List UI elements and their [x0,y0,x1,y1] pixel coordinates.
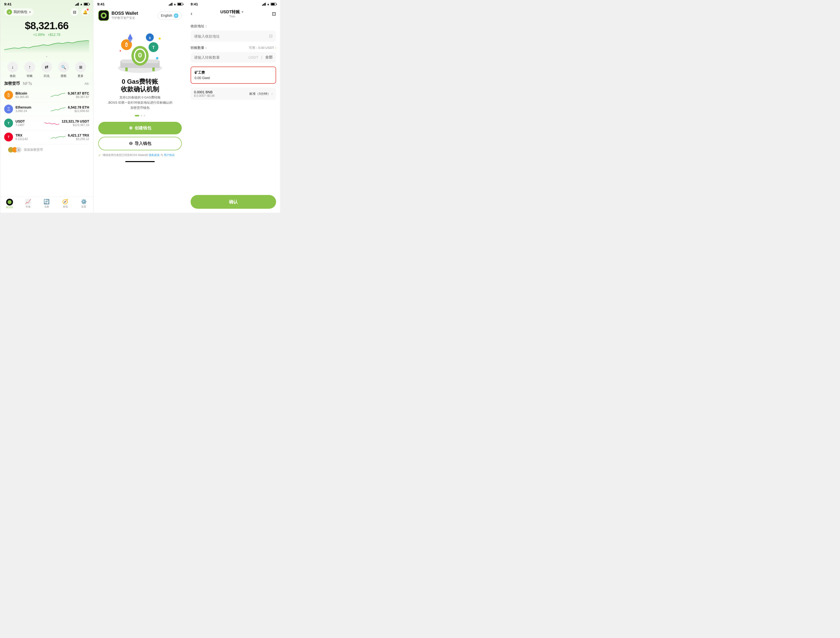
nav-discover[interactable]: 🧭 发现 [56,199,75,209]
phone-transfer: 9:41 ▲ ‹ USDT转账 ▼ Tron ⊡ 收款地 [187,0,280,213]
eth-name: Ethereum [16,105,48,109]
dot-3 [144,115,145,117]
battery-icon-3 [271,3,276,6]
btc-price: 63,365.90 [16,95,48,99]
status-time-3: 9:41 [191,2,198,6]
terms-and: 与 [160,153,163,156]
receive-button[interactable]: ↓ 收款 [7,62,18,78]
add-crypto-label: 添加加密货币 [24,148,43,152]
address-input-container[interactable]: ⊟ [191,30,276,42]
fee-usd: $ 0.0057~$0.06 [194,94,215,98]
list-item[interactable]: T TRX 0.121142 6,421.17 TRX $3,256.12 [4,130,89,144]
create-wallet-button[interactable]: ⊕ 创建钱包 [98,122,182,134]
phone-wallet-home: 9:41 ▲ ● 我的钱包 ▼ ⊟ 🔔 [0,0,93,213]
import-wallet-button[interactable]: ⊖ 导入钱包 [98,137,182,150]
fee-option[interactable]: 0.0001 BNB $ 0.0057~$0.06 标准（5分钟） › [191,88,276,100]
crypto-list: ₿ Bitcoin 63,365.90 9,367.87 BTC $9,367.… [0,88,93,196]
hero-tagline: 0 Gas费转账 收款确认机制 支持120条链的 0 GAS费转账 .BOSS … [93,78,187,112]
wifi-icon: ▲ [80,2,83,6]
btc-usd: $9,367.87 [68,95,89,99]
confirm-button[interactable]: 确认 [191,195,276,209]
list-item[interactable]: T USDT 7.2487 123,321.79 USDT $123,367.2… [4,116,89,130]
amount-input-container[interactable]: USDT | 全部 [191,52,276,63]
privacy-policy-link[interactable]: 隐私政策 [149,153,159,156]
nav-boss-label: BOSS [6,206,13,209]
eth-usd: $12,656.62 [68,109,89,113]
signal-icon-3 [262,3,266,6]
usdt-logo: T [4,118,13,128]
send-button[interactable]: ↑ 转账 [24,62,35,78]
back-button[interactable]: ‹ [191,11,192,17]
scan-header-button[interactable]: ⊟ [71,8,78,16]
nav-exchange-label: 兑换 [44,205,49,208]
copy-icon[interactable]: ⊟ [269,33,273,39]
signal-icon-2 [169,3,172,6]
amount-all-button[interactable]: 全部 [265,55,273,60]
language-button[interactable]: English 🌐 [158,11,182,20]
tab-nfts[interactable]: NFTs [23,82,32,86]
svg-text:₿: ₿ [125,42,128,47]
import-wallet-label: 导入钱包 [134,141,151,146]
confirm-label: 确认 [229,199,238,204]
swap-button[interactable]: ⇄ 闪兑 [41,62,52,78]
eth-chart [51,106,66,112]
wallet-header: ● 我的钱包 ▼ ⊟ 🔔 [0,7,93,18]
nav-market[interactable]: 📈 市场 [19,199,38,209]
btc-name: Bitcoin [16,92,48,95]
btc-amounts: 9,367.87 BTC $9,367.87 [68,92,89,99]
transfer-title: USDT转账 ▼ [220,9,244,15]
wallet-name-button[interactable]: ● 我的钱包 ▼ [4,8,34,16]
nav-exchange[interactable]: 🔄 兑换 [37,199,56,209]
fullscreen-button[interactable]: ⊡ [272,11,276,17]
title-dropdown-icon: ▼ [241,10,244,14]
btc-info: Bitcoin 63,365.90 [16,92,48,99]
action-buttons: ↓ 收款 ↑ 转账 ⇄ 闪兑 🔍 授权 ⊞ 更多 [0,59,93,81]
hero-main-text: 0 Gas费转账 收款确认机制 [98,78,182,93]
globe-icon: 🌐 [174,13,178,18]
swap-icon: ⇄ [41,62,52,73]
add-crypto-icons: + [8,147,20,153]
discover-nav-icon: 🧭 [62,199,68,205]
hero-image: 0 ₿ T $ [93,24,187,78]
amount-input[interactable] [194,55,246,59]
notification-button[interactable]: 🔔 [81,8,89,16]
wallet-dropdown-icon: ▼ [29,11,31,14]
status-icons-1: ▲ [75,2,89,6]
authorize-button[interactable]: 🔍 授权 [58,62,69,78]
nav-settings-label: 设置 [81,205,86,208]
miner-fee-box: 矿工费 0.00 Gwei [191,66,276,84]
swap-label: 闪兑 [44,74,50,78]
send-label: 转账 [27,74,33,78]
receive-label: 收款 [10,74,16,78]
address-input[interactable] [194,34,267,38]
asset-tabs: 加密货币 NFTs All › [0,81,93,88]
status-bar-3: 9:41 ▲ [187,0,280,7]
nav-boss[interactable]: BOSS [0,199,19,209]
svg-rect-4 [152,68,155,71]
status-time-2: 9:41 [97,2,105,6]
list-item[interactable]: Ξ Ethereum 3,092.24 6,542.78 ETH $12,656… [4,102,89,116]
bottom-nav: BOSS 📈 市场 🔄 兑换 🧭 发现 ⚙️ 设置 [0,196,93,213]
tab-crypto[interactable]: 加密货币 [4,81,20,86]
wifi-icon-2: ▲ [174,2,176,6]
tab-all[interactable]: All › [84,82,89,85]
more-button[interactable]: ⊞ 更多 [75,62,86,78]
nav-title-area: USDT转账 ▼ Tron [220,9,244,18]
nav-settings[interactable]: ⚙️ 设置 [74,199,93,209]
fee-amount: 0.00 Gwei [194,76,272,80]
settings-nav-icon: ⚙️ [81,199,87,205]
confirm-btn-area: 确认 [187,191,280,213]
available-info: 可用：0.00 USDT › [249,46,276,50]
fee-bnb: 0.0001 BNB [194,90,215,94]
terms-section: ✓ 继续使用代表您已同意BOSS Wallet的 隐私政策 与 用户协议 [93,153,187,160]
user-agreement-link[interactable]: 用户协议 [164,153,175,156]
list-item[interactable]: ₿ Bitcoin 63,365.90 9,367.87 BTC $9,367.… [4,88,89,102]
collapse-button[interactable]: ⌄ [0,53,93,59]
btc-logo: ₿ [4,91,13,99]
nav-market-label: 市场 [25,205,30,208]
boss-app-subtitle: 守护数字资产安全 [112,16,138,20]
exchange-nav-icon: 🔄 [43,199,50,205]
amount-label-row: 转账数量： 可用：0.00 USDT › [191,46,276,50]
authorize-icon: 🔍 [58,62,69,73]
add-crypto-button[interactable]: + 添加加密货币 [4,144,89,155]
